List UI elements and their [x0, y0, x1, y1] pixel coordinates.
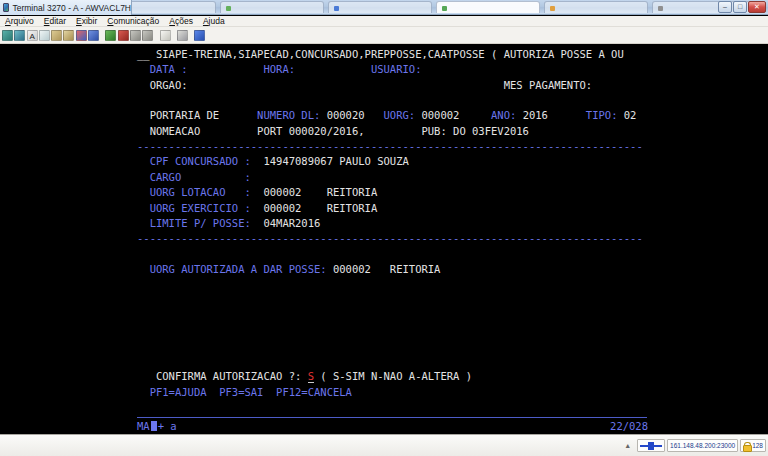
tab-favicon — [442, 6, 447, 11]
oia-cursor-block — [151, 421, 157, 431]
terminal-text: __ SIAPE-TREINA,SIAPECAD,CONCURSADO,PREP… — [137, 48, 624, 60]
screen-append-icon[interactable] — [14, 30, 25, 41]
terminal-app-icon — [3, 3, 9, 12]
paste-special-icon[interactable] — [63, 30, 74, 41]
record-start-icon[interactable] — [105, 30, 116, 41]
keyboard-map-icon[interactable] — [76, 30, 87, 41]
terminal-text: NUMERO DL: — [257, 109, 320, 121]
pause-macro-icon[interactable] — [142, 30, 153, 41]
connection-icon — [640, 442, 662, 450]
terminal-row: UORG EXERCICIO : 000002 REITORIA — [137, 202, 377, 215]
terminal-text: LIMITE P/ POSSE: — [137, 217, 257, 229]
menu-comunicacao[interactable]: Comunicação — [102, 16, 164, 27]
terminal-text: PF1=AJUDA PF3=SAI PF12=CANCELA — [137, 386, 352, 398]
font-size-icon[interactable]: A — [27, 30, 38, 41]
terminal-text: ( S-SIM N-NAO A-ALTERA ) — [314, 370, 472, 382]
oia-mode: a — [164, 420, 177, 432]
background-browser-tab — [544, 1, 648, 13]
terminal-text: ANO: — [491, 109, 516, 121]
terminal-text: UORG: — [384, 109, 416, 121]
terminal-row: NOMEACAO PORT 000020/2016, PUB: DO 03FEV… — [137, 125, 529, 138]
oia-separator — [137, 417, 647, 418]
terminal-row: CARGO : — [137, 171, 251, 184]
restore-button[interactable]: □ — [733, 1, 747, 13]
terminal-row: UORG AUTORIZADA A DAR POSSE: 000002 REIT… — [137, 263, 440, 276]
screen-copy-icon[interactable] — [2, 30, 13, 41]
host-address-panel: 161.148.48.200:23000 — [667, 439, 738, 452]
tab-favicon — [658, 6, 663, 11]
tab-favicon — [334, 6, 339, 11]
window-controls: – □ ✕ — [717, 1, 766, 14]
paste-icon[interactable] — [51, 30, 62, 41]
hidden-icons-arrow[interactable]: ▲ — [624, 442, 631, 449]
background-browser-tab — [220, 1, 324, 13]
record-stop-icon[interactable] — [118, 30, 129, 41]
tab-favicon — [550, 6, 555, 11]
title-bar[interactable]: Terminal 3270 - A - AWVACL7H – □ ✕ — [0, 0, 768, 15]
connection-panel — [637, 439, 665, 452]
terminal-text: 2016 — [516, 109, 586, 121]
terminal-text: 000002 — [415, 109, 491, 121]
terminal-row: LIMITE P/ POSSE: 04MAR2016 — [137, 217, 320, 230]
lock-icon — [743, 442, 750, 450]
copy-icon[interactable] — [39, 30, 50, 41]
color-map-icon[interactable] — [88, 30, 99, 41]
terminal-text: 04MAR2016 — [257, 217, 320, 229]
cup-icon[interactable] — [160, 30, 171, 41]
terminal-row: ORGAO: MES PAGAMENTO: — [137, 79, 592, 92]
oia-status: MA — [137, 420, 150, 432]
terminal-text: NOMEACAO PORT 000020/2016, PUB: DO 03FEV… — [137, 125, 529, 137]
background-browser-tab — [436, 1, 540, 13]
terminal-text: TIPO: — [586, 109, 618, 121]
terminal-text: ----------------------------------------… — [137, 140, 643, 152]
terminal-row: PORTARIA DE NUMERO DL: 000020 UORG: 0000… — [137, 109, 636, 122]
terminal-row: CPF CONCURSADO : 14947089067 PAULO SOUZA — [137, 155, 409, 168]
terminal-row: ----------------------------------------… — [137, 232, 643, 245]
terminal-text: ----------------------------------------… — [137, 232, 643, 244]
terminal-row: CONFIRMA AUTORIZACAO ?: S ( S-SIM N-NAO … — [137, 370, 472, 383]
status-bar: ▲ 161.148.48.200:23000 128 — [0, 434, 768, 456]
refresh-icon[interactable] — [177, 30, 188, 41]
terminal-text: UORG AUTORIZADA A DAR POSSE: — [137, 263, 333, 275]
window-title: Terminal 3270 - A - AWVACL7H — [12, 3, 131, 13]
terminal-text: CARGO : — [137, 171, 251, 183]
toolbar: A — [0, 27, 768, 44]
terminal-text: 000002 REITORIA — [257, 202, 377, 214]
terminal-row: DATA : HORA: USUARIO: — [137, 63, 421, 76]
window-title-tab: Terminal 3270 - A - AWVACL7H — [0, 0, 132, 15]
terminal-text: CPF CONCURSADO : — [137, 155, 257, 167]
menu-arquivo[interactable]: Arquivo — [0, 16, 39, 27]
encryption-panel: 128 — [740, 439, 766, 452]
menu-exibir[interactable]: Exibir — [71, 16, 102, 27]
terminal-window: Terminal 3270 - A - AWVACL7H – □ ✕ Arqui… — [0, 0, 768, 456]
cursor-position-indicator: 22/028 — [610, 420, 648, 432]
terminal-row: UORG LOTACAO : 000002 REITORIA — [137, 186, 377, 199]
play-macro-icon[interactable] — [130, 30, 141, 41]
encryption-bits: 128 — [752, 442, 763, 449]
terminal-text: ORGAO: MES PAGAMENTO: — [137, 79, 592, 91]
menu-bar: ArquivoEditarExibirComunicaçãoAçõesAjuda — [0, 16, 768, 27]
oia-status-area: MA+ a — [137, 420, 177, 433]
terminal-text: 000020 — [320, 109, 383, 121]
terminal-text: UORG EXERCICIO : — [137, 202, 257, 214]
minimize-button[interactable]: – — [718, 1, 732, 13]
menu-ajuda[interactable]: Ajuda — [198, 16, 230, 27]
terminal-row: ----------------------------------------… — [137, 140, 643, 153]
help-globe-icon[interactable] — [194, 30, 205, 41]
terminal-text: 000002 REITORIA — [333, 263, 440, 275]
menu-acoes[interactable]: Ações — [164, 16, 198, 27]
menu-editar[interactable]: Editar — [39, 16, 71, 27]
terminal-row: __ SIAPE-TREINA,SIAPECAD,CONCURSADO,PREP… — [137, 48, 624, 61]
tab-favicon — [226, 6, 231, 11]
terminal-text: PORTARIA DE — [137, 109, 257, 121]
terminal-screen[interactable]: MA+ a 22/028 __ SIAPE-TREINA,SIAPECAD,CO… — [0, 44, 768, 434]
close-button[interactable]: ✕ — [748, 1, 766, 13]
background-browser-tab — [328, 1, 432, 13]
terminal-row: PF1=AJUDA PF3=SAI PF12=CANCELA — [137, 386, 352, 399]
terminal-text: 02 — [617, 109, 636, 121]
status-tray: ▲ 161.148.48.200:23000 128 — [624, 438, 766, 453]
terminal-text: CONFIRMA AUTORIZACAO ?: — [137, 370, 308, 382]
terminal-text: 14947089067 PAULO SOUZA — [257, 155, 409, 167]
terminal-text: DATA : HORA: USUARIO: — [137, 63, 421, 75]
terminal-text: UORG LOTACAO : — [137, 186, 257, 198]
